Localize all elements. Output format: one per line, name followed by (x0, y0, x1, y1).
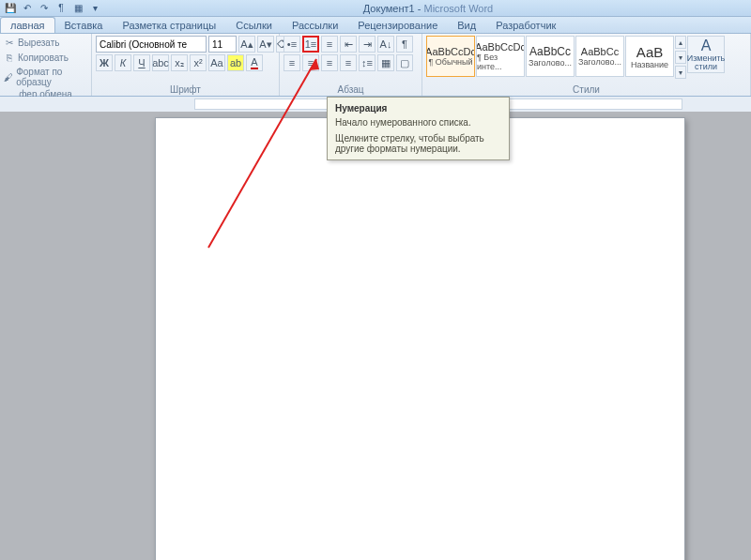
document-page[interactable] (155, 117, 685, 560)
scissors-icon: ✂ (4, 37, 15, 48)
tab-mailings[interactable]: Рассылки (283, 18, 348, 33)
decrease-indent-button[interactable]: ⇤ (340, 36, 357, 53)
app-name: Microsoft Word (423, 3, 493, 14)
tab-insert[interactable]: Вставка (55, 18, 114, 33)
show-marks-button[interactable]: ¶ (396, 36, 413, 53)
tab-references[interactable]: Ссылки (226, 18, 283, 33)
align-center-button[interactable]: ≡ (302, 54, 319, 71)
qat-btn[interactable]: ¶ (54, 2, 68, 15)
sort-button[interactable]: A↓ (377, 36, 394, 53)
tooltip-description: Начало нумерованного списка. (335, 117, 501, 128)
group-label-styles: Стили (426, 83, 746, 96)
group-clipboard: ✂Вырезать ⎘Копировать 🖌Формат по образцу… (0, 34, 92, 96)
grow-font-button[interactable]: A▴ (238, 36, 255, 53)
style-normal[interactable]: AaBbCcDc ¶ Обычный (426, 36, 475, 77)
highlight-button[interactable]: ab (227, 54, 244, 71)
tab-developer[interactable]: Разработчик (486, 18, 566, 33)
tab-layout[interactable]: Разметка страницы (113, 18, 226, 33)
underline-button[interactable]: Ч (133, 54, 150, 71)
line-spacing-button[interactable]: ↕≡ (359, 54, 376, 71)
shrink-font-button[interactable]: A▾ (257, 36, 274, 53)
subscript-button[interactable]: x₂ (171, 54, 188, 71)
align-left-button[interactable]: ≡ (284, 54, 300, 71)
styles-more[interactable]: ▾ (675, 66, 686, 79)
increase-indent-button[interactable]: ⇥ (359, 36, 376, 53)
style-no-spacing[interactable]: AaBbCcDc ¶ Без инте... (476, 36, 525, 77)
style-heading1[interactable]: AaBbCс Заголово... (526, 36, 575, 77)
font-name-combo[interactable]: Calibri (Основной те (96, 36, 207, 53)
bold-button[interactable]: Ж (96, 54, 113, 71)
justify-button[interactable]: ≡ (340, 54, 357, 71)
format-painter-button[interactable]: 🖌Формат по образцу (4, 66, 87, 88)
quick-access-toolbar: 💾 ↶ ↷ ¶ ▦ ▾ (0, 2, 105, 15)
ribbon-tabs: лавная Вставка Разметка страницы Ссылки … (0, 17, 751, 34)
group-font: Calibri (Основной те 11 A▴ A▾ ⌫ Ж К Ч ab… (92, 34, 280, 96)
italic-button[interactable]: К (115, 54, 131, 71)
case-button[interactable]: Aa (208, 54, 225, 71)
window-title: Документ1 - Microsoft Word (105, 3, 751, 14)
align-right-button[interactable]: ≡ (321, 54, 338, 71)
qat-btn[interactable]: ▦ (71, 2, 84, 15)
numbering-button[interactable]: 1≡ (302, 36, 319, 53)
tab-review[interactable]: Рецензирование (348, 18, 448, 33)
change-styles-icon: A (701, 38, 712, 54)
copy-icon: ⎘ (4, 52, 15, 63)
brush-icon: 🖌 (4, 71, 13, 83)
superscript-button[interactable]: x² (190, 54, 207, 71)
save-icon[interactable]: 💾 (4, 2, 17, 15)
numbering-tooltip: Нумерация Начало нумерованного списка. Щ… (327, 97, 510, 160)
style-title[interactable]: АаВ Название (625, 36, 674, 77)
change-styles-button[interactable]: A Изменить стили (687, 36, 725, 73)
group-label-paragraph: Абзац (284, 83, 418, 96)
style-heading2[interactable]: AaBbCc Заголово... (575, 36, 624, 77)
doc-name: Документ1 (363, 3, 415, 14)
tab-view[interactable]: Вид (448, 18, 486, 33)
borders-button[interactable]: ▢ (396, 54, 413, 71)
cut-button[interactable]: ✂Вырезать (4, 36, 59, 49)
group-styles: AaBbCcDc ¶ Обычный AaBbCcDc ¶ Без инте..… (422, 34, 751, 96)
tooltip-hint: Щелкните стрелку, чтобы выбрать другие ф… (335, 133, 501, 154)
font-size-combo[interactable]: 11 (208, 36, 237, 53)
qat-more-icon[interactable]: ▾ (88, 2, 101, 15)
undo-icon[interactable]: ↶ (21, 2, 34, 15)
styles-scroll-down[interactable]: ▾ (675, 51, 686, 64)
strike-button[interactable]: abc (152, 54, 169, 71)
document-workspace (0, 112, 751, 560)
group-paragraph: •≡ 1≡ ≡ ⇤ ⇥ A↓ ¶ ≡ ≡ ≡ ≡ ↕≡ ▦ ▢ Абзац (280, 34, 422, 96)
styles-scroll-up[interactable]: ▴ (675, 36, 686, 49)
redo-icon[interactable]: ↷ (38, 2, 51, 15)
copy-button[interactable]: ⎘Копировать (4, 51, 69, 64)
bullets-button[interactable]: •≡ (284, 36, 300, 53)
tooltip-title: Нумерация (335, 103, 501, 114)
multilevel-button[interactable]: ≡ (321, 36, 338, 53)
group-label-font: Шрифт (96, 83, 275, 96)
tab-home[interactable]: лавная (0, 17, 55, 33)
title-bar: 💾 ↶ ↷ ¶ ▦ ▾ Документ1 - Microsoft Word (0, 0, 751, 17)
shading-button[interactable]: ▦ (377, 54, 394, 71)
ribbon: ✂Вырезать ⎘Копировать 🖌Формат по образцу… (0, 34, 751, 97)
font-color-button[interactable]: A (246, 54, 263, 71)
